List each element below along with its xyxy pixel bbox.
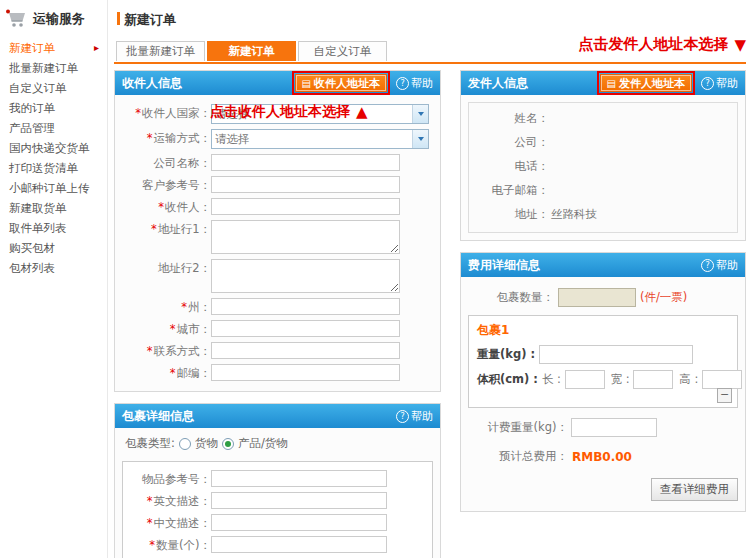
package-detail-panel: 包裹详细信息 ? 帮助 包裹类型: 货物 产品/货物 物品参考号 xyxy=(114,403,441,558)
contact-input[interactable] xyxy=(211,342,400,359)
sidebar-item-small-post-upload[interactable]: 小邮种订单上传 xyxy=(9,180,107,196)
radio-product-cargo-label: 产品/货物 xyxy=(238,436,288,451)
collapse-package-button[interactable]: − xyxy=(717,388,732,403)
recipient-panel-header: 收件人信息 ▤ 收件人地址本 ? 帮助 xyxy=(115,71,440,95)
view-fee-detail-button[interactable]: 查看详细费用 xyxy=(651,478,738,501)
sender-company-label: 公司 xyxy=(469,135,549,150)
triangle-down-icon: ▼ xyxy=(734,36,746,54)
package-panel-header: 包裹详细信息 ? 帮助 xyxy=(115,404,440,428)
package-fields-box: 物品参考号 *英文描述 *中文描述 *数量(个) xyxy=(122,461,433,558)
page-title: 新建订单 xyxy=(117,11,176,29)
width-label: 宽 xyxy=(611,372,634,387)
sender-addressbook-annotation: 点击发件人地址本选择▼ xyxy=(578,35,746,54)
billable-weight-label: 计费重量(kg) xyxy=(468,420,568,435)
shipping-method-select[interactable]: 请选择 xyxy=(211,129,429,149)
field-label: 公司名称 xyxy=(115,154,211,171)
sidebar-item-product-mgmt[interactable]: 产品管理 xyxy=(9,120,107,136)
state-input[interactable] xyxy=(211,298,400,315)
fee-detail-panel: 费用详细信息 ? 帮助 包裹数量 (件/一票) 包裹1 xyxy=(460,252,746,512)
fee-panel-title: 费用详细信息 xyxy=(468,257,701,274)
sidebar-item-new-order[interactable]: 新建订单 ▸ xyxy=(9,40,107,56)
item-ref-input[interactable] xyxy=(211,470,387,487)
english-desc-input[interactable] xyxy=(211,492,387,509)
company-name-input[interactable] xyxy=(211,154,400,171)
radio-cargo[interactable] xyxy=(179,438,191,450)
field-label: *收件人国家 xyxy=(115,104,211,121)
sidebar-menu: 新建订单 ▸ 批量新建订单 自定义订单 我的订单 产品管理 国内快递交货单 打印… xyxy=(0,40,107,276)
width-input[interactable] xyxy=(633,370,673,389)
tab-new-order[interactable]: 新建订单 xyxy=(207,41,296,61)
field-label: *州 xyxy=(115,298,211,315)
fee-help-link[interactable]: ? 帮助 xyxy=(701,258,738,273)
customer-ref-input[interactable] xyxy=(211,176,400,193)
recipient-name-input[interactable] xyxy=(211,198,400,215)
sidebar-item-custom-order[interactable]: 自定义订单 xyxy=(9,80,107,96)
field-label: 地址行2 xyxy=(115,259,211,276)
sidebar: 运输服务 新建订单 ▸ 批量新建订单 自定义订单 我的订单 产品管理 国内快递交… xyxy=(0,0,108,558)
sender-address-label: 地址 xyxy=(469,207,549,222)
weight-input[interactable] xyxy=(539,345,693,364)
sender-phone-value xyxy=(549,159,551,174)
radio-product-cargo[interactable] xyxy=(222,438,234,450)
sidebar-item-batch-new-order[interactable]: 批量新建订单 xyxy=(9,60,107,76)
tab-custom-order[interactable]: 自定义订单 xyxy=(298,41,387,61)
package-help-link[interactable]: ? 帮助 xyxy=(396,409,433,424)
sidebar-item-pickup-order-list[interactable]: 取件单列表 xyxy=(9,220,107,236)
address-book-icon: ▤ xyxy=(607,78,616,89)
address-book-icon: ▤ xyxy=(302,78,311,89)
tab-batch-new-order[interactable]: 批量新建订单 xyxy=(116,41,205,61)
package-type-row: 包裹类型: 货物 产品/货物 xyxy=(115,428,440,457)
help-icon: ? xyxy=(396,77,409,90)
package-qty-label: 包裹数量 xyxy=(468,290,554,305)
recipient-panel-body: *收件人国家 请选择 *运输方式 请选择 公 xyxy=(115,95,440,391)
field-label: *城市 xyxy=(115,320,211,337)
sidebar-item-print-delivery-list[interactable]: 打印送货清单 xyxy=(9,160,107,176)
help-icon: ? xyxy=(701,259,714,272)
sender-email-value xyxy=(549,183,551,198)
package-panel-title: 包裹详细信息 xyxy=(122,408,396,425)
volume-label: 体积(cm) xyxy=(477,372,542,387)
sidebar-item-packaging-list[interactable]: 包材列表 xyxy=(9,260,107,276)
sidebar-item-domestic-express-note[interactable]: 国内快递交货单 xyxy=(9,140,107,156)
recipient-addressbook-button[interactable]: ▤ 收件人地址本 xyxy=(295,74,387,92)
field-label: *数量(个) xyxy=(123,536,211,553)
recipient-addressbook-highlight: ▤ 收件人地址本 xyxy=(292,71,390,95)
package1-title: 包裹1 xyxy=(477,322,729,339)
sidebar-item-my-orders[interactable]: 我的订单 xyxy=(9,100,107,116)
sender-company-value xyxy=(549,135,551,150)
estimated-total-value: RMB0.00 xyxy=(572,450,632,464)
package-qty-unit: (件/一票) xyxy=(640,290,687,305)
radio-cargo-label: 货物 xyxy=(195,436,218,451)
address-line1-textarea[interactable] xyxy=(211,220,400,254)
sidebar-item-new-pickup-order[interactable]: 新建取货单 xyxy=(9,200,107,216)
field-label: *运输方式 xyxy=(115,129,211,146)
weight-label: 重量(kg) xyxy=(477,347,539,362)
recipient-help-link[interactable]: ? 帮助 xyxy=(396,76,433,91)
sidebar-item-buy-packaging[interactable]: 购买包材 xyxy=(9,240,107,256)
city-input[interactable] xyxy=(211,320,400,337)
quantity-input[interactable] xyxy=(211,536,387,553)
sender-help-link[interactable]: ? 帮助 xyxy=(701,76,738,91)
field-label: *中文描述 xyxy=(123,514,211,531)
cart-icon xyxy=(5,9,29,28)
triangle-up-icon: ▲ xyxy=(356,103,368,121)
chinese-desc-input[interactable] xyxy=(211,514,387,531)
sender-name-value xyxy=(549,111,551,126)
height-input[interactable] xyxy=(702,370,742,389)
zipcode-input[interactable] xyxy=(211,364,400,381)
help-icon: ? xyxy=(396,410,409,423)
left-column: 点击收件人地址本选择▲ 收件人信息 ▤ 收件人地址本 ? 帮助 xyxy=(114,70,441,558)
app-logo: 运输服务 xyxy=(0,0,107,34)
field-label: *收件人 xyxy=(115,198,211,215)
billable-weight-input[interactable] xyxy=(571,418,657,437)
fee-panel-body: 包裹数量 (件/一票) 包裹1 重量(kg) 体积(cm) 长 xyxy=(461,277,745,511)
package-qty-input[interactable] xyxy=(558,288,636,307)
recipient-panel-title: 收件人信息 xyxy=(122,75,292,92)
field-label: *英文描述 xyxy=(123,492,211,509)
length-input[interactable] xyxy=(565,370,605,389)
tab-underline xyxy=(114,62,746,64)
sender-panel-title: 发件人信息 xyxy=(468,75,597,92)
main-content: 新建订单 批量新建订单 新建订单 自定义订单 点击发件人地址本选择▼ 点击收件人… xyxy=(108,0,752,558)
sender-addressbook-button[interactable]: ▤ 发件人地址本 xyxy=(600,74,692,92)
address-line2-textarea[interactable] xyxy=(211,259,400,293)
